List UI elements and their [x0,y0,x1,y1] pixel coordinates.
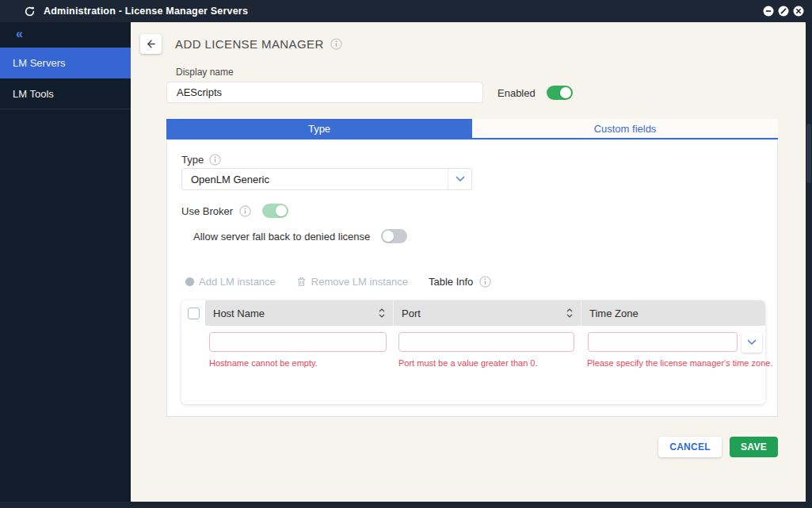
bottom-window-frame [0,502,812,508]
use-broker-label: Use Broker [181,205,233,217]
window-title: Administration - License Manager Servers [44,6,248,17]
type-select-value: OpenLM Generic [182,174,448,185]
toggle-knob [383,231,394,242]
host-name-error: Hostname cannot be empty. [209,358,318,368]
form-actions: CANCEL SAVE [131,437,778,457]
titlebar: Administration - License Manager Servers [0,0,812,22]
sort-icon [379,307,385,319]
table-toolbar: Add LM instance Remove LM instance Table… [185,276,491,288]
table-header-row: Host Name Port Time Zone [181,300,765,326]
toggle-knob [560,87,571,98]
type-tab-panel: Type OpenLM Generic Use Broker Allow ser… [166,141,778,417]
app-logo-icon [24,6,36,17]
sidebar-item-label: LM Servers [13,57,65,69]
minimize-button[interactable] [763,6,774,17]
tab-bar: Type Custom fields [166,119,778,139]
display-name-label: Display name [176,67,234,78]
scrollbar-thumb[interactable] [806,124,811,183]
column-label: Host Name [213,307,265,319]
page-header: ADD LICENSE MANAGER [140,34,342,54]
type-label: Type [181,154,204,166]
column-header-host-name[interactable]: Host Name [205,300,393,326]
column-header-time-zone[interactable]: Time Zone [581,300,765,326]
table-row: Hostname cannot be empty. Port must be a… [181,326,765,404]
sidebar-item-lm-tools[interactable]: LM Tools [0,78,131,109]
port-error: Port must be a value greater than 0. [398,358,538,368]
select-all-checkbox[interactable] [188,307,200,319]
tab-label: Custom fields [594,123,657,135]
page-title: ADD LICENSE MANAGER [175,37,324,51]
sidebar-collapse-icon[interactable]: « [16,27,23,41]
type-info-icon[interactable] [209,154,221,166]
port-input[interactable] [398,332,574,352]
use-broker-toggle[interactable] [262,204,288,218]
use-broker-info-icon[interactable] [239,205,251,217]
main-content: ADD LICENSE MANAGER Display name Enabled… [131,22,806,502]
back-button[interactable] [140,34,162,54]
table-info-button[interactable]: Table Info [429,276,491,288]
time-zone-error: Please specify the license manager's tim… [587,358,772,368]
time-zone-dropdown-button[interactable] [741,332,762,353]
toggle-knob [276,205,287,216]
add-icon [185,277,194,286]
right-window-frame [806,22,812,502]
cancel-button[interactable]: CANCEL [658,437,722,457]
fallback-label: Allow server fall back to denied license [193,231,370,243]
add-lm-instance-button[interactable]: Add LM instance [185,276,276,288]
tab-custom-fields[interactable]: Custom fields [472,119,778,138]
column-label: Time Zone [589,307,639,319]
host-name-input[interactable] [209,332,387,352]
page-info-icon[interactable] [330,38,342,50]
remove-lm-instance-label: Remove LM instance [311,276,408,288]
maximize-button[interactable] [778,6,789,17]
lm-instance-table: Host Name Port Time Zone [181,300,765,404]
chevron-down-icon [448,169,471,189]
enabled-label: Enabled [497,87,536,99]
close-button[interactable] [793,6,804,17]
column-header-port[interactable]: Port [393,300,581,326]
chevron-down-icon [747,339,757,346]
tab-type[interactable]: Type [166,119,472,138]
sidebar-item-lm-servers[interactable]: LM Servers [0,48,131,78]
table-info-label: Table Info [429,276,473,288]
fallback-toggle[interactable] [381,229,407,243]
sidebar: « LM Servers LM Tools [0,22,131,502]
type-select[interactable]: OpenLM Generic [181,168,472,190]
time-zone-input[interactable] [588,332,738,352]
tab-label: Type [308,123,330,135]
trash-icon [296,277,307,287]
add-lm-instance-label: Add LM instance [199,276,276,288]
window-controls [763,6,804,17]
enabled-toggle[interactable] [547,86,573,100]
sidebar-item-label: LM Tools [13,88,54,100]
column-label: Port [402,307,421,319]
remove-lm-instance-button[interactable]: Remove LM instance [296,276,408,288]
display-name-input[interactable] [166,82,483,103]
save-button[interactable]: SAVE [730,437,778,457]
sort-icon [566,307,573,319]
table-info-icon [479,276,491,288]
